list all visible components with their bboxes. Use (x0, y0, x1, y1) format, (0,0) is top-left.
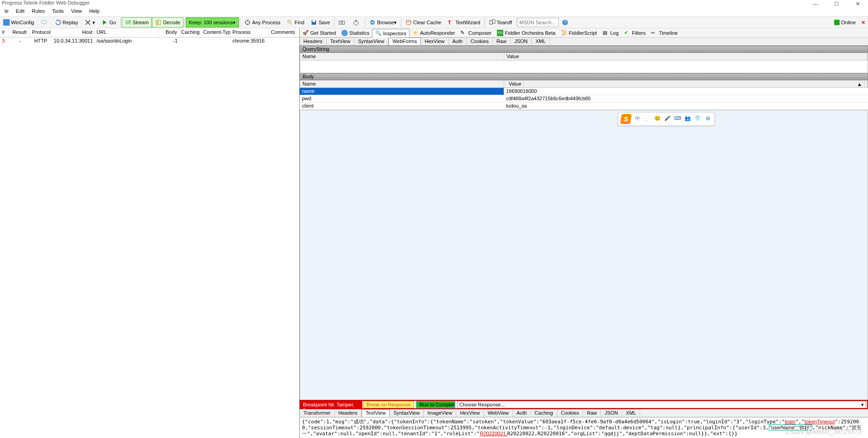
body-col-value[interactable]: Value▲ (504, 81, 868, 87)
search-input[interactable] (518, 18, 559, 27)
reqtab-webforms[interactable]: WebForms (388, 38, 421, 45)
reqtab-raw[interactable]: Raw (493, 38, 511, 45)
resptab-caching[interactable]: Caching (531, 409, 557, 417)
col-process[interactable]: Process (231, 28, 269, 37)
ime-more[interactable]: ⊞ (704, 115, 712, 123)
comment-button[interactable] (38, 17, 52, 27)
resptab-json[interactable]: JSON (601, 409, 622, 417)
tearoff-button[interactable]: Tearoff (486, 17, 515, 27)
stream-button[interactable]: Stream (122, 17, 152, 27)
sogou-icon[interactable]: S (620, 114, 631, 124)
menu-edit[interactable]: Edit (12, 7, 28, 16)
tab-autoresponder[interactable]: ⚡AutoResponder (410, 29, 458, 37)
menu-view[interactable]: View (67, 7, 86, 16)
find-button[interactable]: Find (284, 17, 307, 27)
help-button[interactable]: ? (559, 17, 573, 27)
reqtab-xml[interactable]: XML (532, 38, 550, 45)
col-url[interactable]: URL (95, 28, 159, 37)
resptab-imageview[interactable]: ImageView (424, 409, 456, 417)
qs-col-name[interactable]: Name (300, 53, 504, 60)
resptab-webview[interactable]: WebView (484, 409, 513, 417)
menu-help[interactable]: Help (86, 7, 103, 16)
decode-button[interactable]: #Decode (152, 17, 183, 27)
keep-sessions-button[interactable]: Keep: 100 sessions ▾ (186, 17, 239, 27)
col-num[interactable]: # (0, 28, 9, 37)
col-comments[interactable]: Comments (269, 28, 295, 37)
remove-button[interactable]: ▾ (81, 17, 98, 27)
svg-point-1 (41, 20, 47, 24)
close-button[interactable]: ✕ (847, 0, 868, 9)
ime-skin[interactable]: 👕 (694, 115, 701, 123)
tab-fiddlerscript[interactable]: 📜FiddlerScript (558, 29, 600, 37)
ime-punct[interactable]: 、 (644, 115, 651, 123)
reqtab-auth[interactable]: Auth (449, 38, 467, 45)
reqtab-syntaxview[interactable]: SyntaxView (354, 38, 388, 45)
body-row[interactable]: client tudou_sa (300, 103, 868, 110)
go-button[interactable]: Go (98, 17, 119, 27)
body-row[interactable]: name 18690018000 (300, 88, 868, 95)
check-icon: ✔ (624, 30, 631, 36)
col-result[interactable]: Result (9, 28, 30, 37)
tab-orchestra[interactable]: FOFiddler Orchestra Beta (494, 29, 558, 37)
screenshot-button[interactable] (335, 17, 350, 27)
ime-toolbar[interactable]: S 中 、 😊 🎤 ⌨ 👥 👕 ⊞ (618, 112, 715, 126)
body-row[interactable]: pwd cdf488a4f2a432715b6c6edb449fcb80 (300, 95, 868, 103)
tab-log[interactable]: ▤Log (600, 29, 621, 37)
textwizard-button[interactable]: TTextWizard (444, 17, 483, 27)
resptab-syntaxview[interactable]: SyntaxView (390, 409, 424, 417)
menu-file[interactable]: le (1, 7, 12, 16)
reqtab-hexview[interactable]: HexView (421, 38, 448, 45)
session-row[interactable]: 3 - HTTP 10.0.34.11:30011 /sa/sso/doLogi… (0, 38, 299, 46)
resptab-xml[interactable]: XML (622, 409, 641, 417)
clear-cache-button[interactable]: Clear Cache (402, 17, 444, 27)
minimize-button[interactable]: — (805, 0, 826, 9)
any-process-button[interactable]: Any Process (241, 17, 284, 27)
tab-statistics[interactable]: Statistics (339, 29, 372, 37)
timer-button[interactable] (350, 17, 364, 27)
ime-voice[interactable]: 🎤 (664, 115, 671, 123)
tab-filters[interactable]: ✔Filters (621, 29, 648, 37)
resptab-transformer[interactable]: Transformer (300, 409, 335, 417)
tab-composer[interactable]: ✎Composer (458, 29, 494, 37)
save-button[interactable]: Save (307, 17, 333, 27)
reqtab-cookies[interactable]: Cookies (467, 38, 493, 45)
lightning-icon: ⚡ (412, 30, 419, 36)
resptab-auth[interactable]: Auth (513, 409, 531, 417)
ime-keyboard[interactable]: ⌨ (674, 115, 681, 123)
choose-response-select[interactable]: Choose Response...▾ (457, 401, 866, 408)
winconfig-button[interactable]: WinConfig (0, 17, 38, 27)
menu-rules[interactable]: Rules (28, 7, 49, 16)
resptab-textview[interactable]: TextView (361, 409, 390, 417)
menu-tools[interactable]: Tools (49, 7, 68, 16)
browse-button[interactable]: Browse ▾ (366, 17, 400, 27)
col-contenttype[interactable]: Content-Type (201, 28, 231, 37)
resptab-hexview[interactable]: HexView (456, 409, 484, 417)
ime-lang[interactable]: 中 (634, 115, 641, 123)
ime-emoji[interactable]: 😊 (654, 115, 661, 123)
replay-button[interactable]: Replay (52, 17, 81, 27)
run-to-completion-button[interactable]: Run to Completion (416, 401, 455, 408)
resptab-raw[interactable]: Raw (583, 409, 601, 417)
tab-get-started[interactable]: 🚀Get Started (300, 29, 339, 37)
reqtab-textview[interactable]: TextView (327, 38, 355, 45)
body-col-name[interactable]: Name (300, 81, 504, 87)
col-protocol[interactable]: Protocol (30, 28, 51, 37)
reqtab-json[interactable]: JSON (511, 38, 532, 45)
tab-timeline[interactable]: ═Timeline (648, 29, 680, 37)
ime-user[interactable]: 👥 (684, 115, 691, 123)
response-textview[interactable]: {"code":1,"msg":"成功","data":{"tokenInfo"… (300, 417, 868, 438)
reqtab-headers[interactable]: Headers (300, 38, 327, 45)
resptab-headers[interactable]: Headers (335, 409, 362, 417)
col-host[interactable]: Host (51, 28, 95, 37)
sort-icon: ▲ (855, 81, 865, 87)
break-on-response-button[interactable]: Break on Response (363, 401, 414, 408)
close-toolbar-button[interactable]: ✕ (858, 20, 868, 26)
col-body[interactable]: Body (159, 28, 179, 37)
qs-col-value[interactable]: Value (504, 53, 868, 60)
col-caching[interactable]: Caching (179, 28, 201, 37)
fo-icon: FO (497, 30, 503, 36)
maximize-button[interactable]: ☐ (826, 0, 847, 9)
resptab-cookies[interactable]: Cookies (557, 409, 583, 417)
textwizard-label: TextWizard (455, 20, 480, 25)
tab-inspectors[interactable]: 🔍Inspectors (372, 29, 410, 38)
